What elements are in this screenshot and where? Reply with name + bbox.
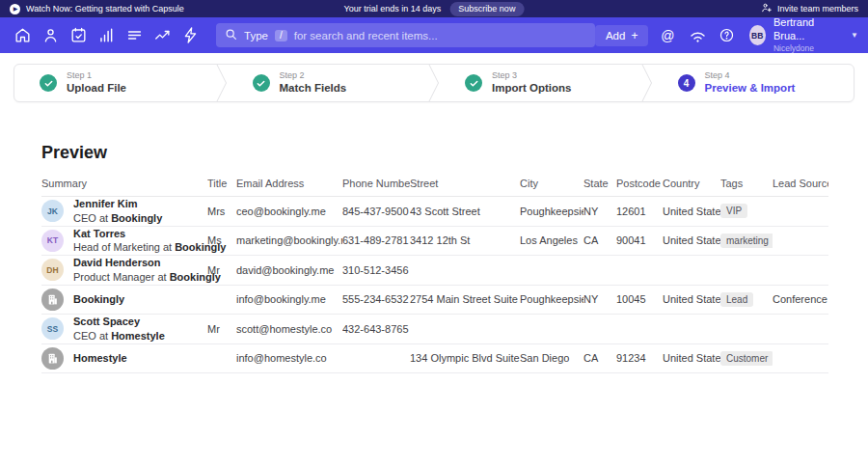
- step-upload-file[interactable]: Step 1 Upload File: [14, 65, 216, 101]
- cell-street: 2754 Main Street Suite 100: [410, 293, 520, 305]
- cell-city: Poughkeepsie: [520, 293, 583, 305]
- step-eyebrow: Step 3: [492, 70, 571, 82]
- calendar-tasks-icon[interactable]: [66, 23, 91, 48]
- help-icon[interactable]: [717, 23, 738, 47]
- automation-bolt-icon[interactable]: [177, 23, 203, 48]
- home-icon[interactable]: [10, 23, 35, 48]
- user-name: Bertrand Brua...: [773, 16, 835, 43]
- reports-trend-icon[interactable]: [149, 23, 175, 48]
- cell-country: United States: [663, 293, 720, 305]
- main-navbar: Type / for search and recent items... Ad…: [0, 17, 868, 53]
- cell-email: info@bookingly.me: [236, 293, 342, 305]
- cell-email: david@bookingly.me: [236, 264, 342, 276]
- user-avatar: BB: [749, 25, 766, 45]
- avatar: JK: [41, 200, 64, 222]
- cell-tags: Lead: [720, 292, 773, 307]
- org-name: Bookingly: [111, 212, 162, 224]
- search-input[interactable]: Type / for search and recent items...: [216, 23, 595, 47]
- announcement-bar: ▶ Watch Now: Getting started with Capsul…: [0, 0, 868, 17]
- table-row: SS Scott Spacey CEO at Homestyle Mr scot…: [41, 315, 828, 344]
- broadcast-rss-icon[interactable]: [687, 23, 708, 47]
- projects-list-icon[interactable]: [122, 23, 147, 48]
- plus-icon: +: [631, 30, 637, 41]
- contact-name: Bookingly: [73, 292, 124, 306]
- tag-badge: marketing: [720, 234, 773, 248]
- cell-country: United States: [663, 352, 720, 364]
- tag-badge: Customer: [720, 351, 773, 366]
- summary-cell: Homestyle: [41, 347, 207, 370]
- avatar: KT: [41, 230, 64, 252]
- step-import-options[interactable]: Step 3 Import Options: [440, 65, 641, 101]
- table-header-row: Summary Title Email Address Phone Number…: [41, 178, 828, 197]
- row-role: Product Manager at Bookingly: [73, 270, 221, 284]
- contact-meta: Kat Torres Head of Marketing at Bookingl…: [73, 227, 226, 255]
- summary-cell: KT Kat Torres Head of Marketing at Booki…: [41, 227, 207, 255]
- page-title: Preview: [41, 143, 868, 163]
- cell-phone: 432-643-8765: [342, 323, 410, 335]
- cell-city: Los Angeles: [520, 234, 583, 246]
- contact-name: Homestyle: [73, 351, 127, 365]
- chevron-down-icon: ▼: [851, 31, 858, 40]
- table-row: DH David Henderson Product Manager at Bo…: [41, 256, 828, 286]
- contact-name: Scott Spacey: [73, 315, 165, 328]
- cell-title: Ms: [207, 234, 236, 246]
- role-prefix: Product Manager at: [73, 271, 170, 283]
- table-row: KT Kat Torres Head of Marketing at Booki…: [41, 227, 828, 257]
- column-header-summary: Summary: [41, 178, 207, 189]
- step-preview-import[interactable]: 4 Step 4 Preview & Import: [653, 65, 854, 101]
- column-header-phone: Phone Number: [342, 178, 410, 189]
- slash-key-badge: /: [275, 30, 287, 41]
- cell-city: San Diego: [520, 352, 583, 364]
- trial-countdown-text: Your trial ends in 14 days: [344, 4, 442, 14]
- cell-phone: 555-234-6532: [342, 293, 410, 305]
- column-header-title: Title: [207, 178, 236, 189]
- pipeline-chart-icon[interactable]: [94, 23, 119, 48]
- step-label: Match Fields: [280, 81, 347, 96]
- summary-cell: JK Jennifer Kim CEO at Bookingly: [41, 197, 207, 225]
- table-body: JK Jennifer Kim CEO at Bookingly Mrs ceo…: [41, 197, 828, 373]
- cell-country: United States: [663, 234, 720, 246]
- watch-now-link[interactable]: ▶ Watch Now: Getting started with Capsul…: [10, 4, 184, 14]
- cell-tags: Customer: [720, 351, 773, 366]
- play-icon: ▶: [10, 4, 20, 14]
- cell-postcode: 91234: [616, 352, 663, 364]
- contact-meta: Scott Spacey CEO at Homestyle: [73, 315, 165, 343]
- cell-tags: marketing: [720, 234, 773, 248]
- column-header-city: City: [520, 178, 583, 189]
- role-prefix: CEO at: [73, 212, 111, 224]
- watch-now-label: Watch Now: Getting started with Capsule: [26, 4, 184, 14]
- search-placeholder: for search and recent items...: [294, 30, 438, 41]
- subscribe-now-button[interactable]: Subscribe now: [449, 2, 524, 16]
- contact-name: Jennifer Kim: [73, 197, 162, 210]
- organization-avatar: [41, 347, 64, 370]
- role-prefix: Head of Marketing at: [73, 241, 175, 253]
- avatar: SS: [41, 317, 64, 340]
- role-prefix: CEO at: [73, 330, 111, 342]
- row-role: CEO at Bookingly: [73, 211, 162, 225]
- invite-team-link[interactable]: Invite team members: [761, 2, 858, 15]
- cell-phone: 310-512-3456: [342, 264, 410, 276]
- org-name: Homestyle: [111, 330, 165, 342]
- cell-state: NY: [583, 293, 616, 305]
- user-org-name: Nicelydone: [773, 43, 835, 54]
- step-eyebrow: Step 4: [705, 70, 796, 82]
- summary-cell: Bookingly: [41, 288, 207, 311]
- step-separator: [216, 64, 228, 102]
- column-header-street: Street: [410, 178, 520, 189]
- cell-email: marketing@bookingly.me: [236, 234, 342, 246]
- cell-title: Mr: [207, 323, 236, 335]
- user-menu[interactable]: BB Bertrand Brua... Nicelydone ▼: [749, 16, 858, 53]
- cell-state: CA: [583, 352, 616, 364]
- contact-meta: Jennifer Kim CEO at Bookingly: [73, 197, 162, 225]
- building-icon: [46, 352, 59, 365]
- people-icon[interactable]: [38, 23, 63, 48]
- column-header-tags: Tags: [720, 178, 773, 189]
- mention-at-icon[interactable]: @: [657, 23, 678, 47]
- invite-team-label: Invite team members: [777, 4, 858, 14]
- invite-user-icon: [761, 2, 773, 15]
- cell-lead-source: Conference: [773, 293, 828, 305]
- step-match-fields[interactable]: Step 2 Match Fields: [228, 65, 429, 101]
- column-header-lead-source: Lead Source: [773, 178, 828, 189]
- cell-title: Mr: [207, 264, 236, 276]
- add-button[interactable]: Add +: [595, 25, 648, 46]
